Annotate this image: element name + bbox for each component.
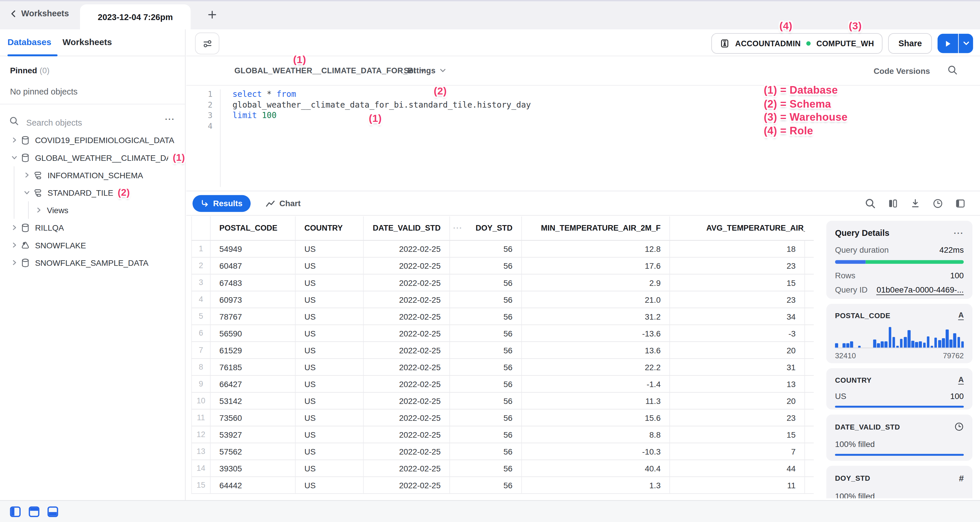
- table-cell[interactable]: 56: [450, 443, 522, 460]
- sidebar-tree-item[interactable]: INFORMATION_SCHEMA: [0, 166, 185, 184]
- sidebar-tree-item[interactable]: SNOWFLAKE: [0, 236, 185, 254]
- table-row[interactable]: 761529US2022-02-255613.620: [191, 342, 814, 359]
- table-row[interactable]: 367483US2022-02-25562.915: [191, 275, 814, 291]
- table-cell[interactable]: US: [296, 342, 364, 358]
- table-cell[interactable]: 2022-02-25: [364, 325, 450, 341]
- search-input[interactable]: [25, 114, 146, 130]
- search-options-menu[interactable]: ···: [165, 114, 175, 124]
- table-cell[interactable]: US: [296, 291, 364, 308]
- table-cell[interactable]: 2022-02-25: [364, 291, 450, 308]
- table-cell[interactable]: 56: [450, 393, 522, 409]
- row-number[interactable]: 7: [191, 342, 211, 358]
- table-cell[interactable]: 34: [670, 308, 805, 325]
- table-cell[interactable]: 23: [670, 291, 805, 308]
- sidebar-tree-item[interactable]: Views: [0, 201, 185, 219]
- table-cell[interactable]: US: [296, 427, 364, 442]
- row-number[interactable]: 8: [191, 359, 211, 375]
- table-cell[interactable]: 73560: [211, 409, 296, 426]
- sql-code-line[interactable]: 3limit 100: [186, 110, 980, 121]
- database-schema-selector[interactable]: GLOBAL_WEATHER__CLIMATE_DATA_FOR_BI: [234, 66, 426, 75]
- table-cell[interactable]: US: [296, 460, 364, 476]
- table-cell[interactable]: US: [296, 275, 364, 291]
- editor-search-button[interactable]: [947, 65, 957, 78]
- table-cell[interactable]: US: [296, 477, 364, 493]
- table-cell[interactable]: US: [296, 443, 364, 460]
- sidebar-tab-databases[interactable]: Databases: [8, 37, 51, 47]
- table-cell[interactable]: 20: [670, 342, 805, 358]
- table-cell[interactable]: US: [296, 308, 364, 325]
- table-cell[interactable]: 20: [670, 393, 805, 409]
- profile-card-doy-std[interactable]: DOY_STD # 100% filled: [826, 466, 972, 498]
- row-number[interactable]: 9: [191, 376, 211, 392]
- table-cell[interactable]: US: [296, 258, 364, 274]
- query-details-menu[interactable]: ···: [954, 228, 964, 237]
- sql-editor[interactable]: 1select * from2global_weather__climate_d…: [186, 86, 980, 191]
- role-warehouse-selector[interactable]: ACCOUNTADMIN COMPUTE_WH: [711, 33, 883, 54]
- row-number[interactable]: 1: [191, 241, 211, 257]
- table-cell[interactable]: 56: [450, 291, 522, 308]
- table-cell[interactable]: 39305: [211, 460, 296, 476]
- sidebar-tree-item[interactable]: COVID19_EPIDEMIOLOGICAL_DATA: [0, 131, 185, 149]
- table-cell[interactable]: 12.8: [522, 241, 670, 257]
- table-row[interactable]: 1439305US2022-02-255640.444: [191, 460, 814, 477]
- row-number[interactable]: 10: [191, 393, 211, 409]
- table-row[interactable]: 1173560US2022-02-255615.623: [191, 409, 814, 427]
- table-row[interactable]: 656590US2022-02-2556-13.6-3: [191, 325, 814, 342]
- profile-card-date-valid-std[interactable]: DATE_VALID_STD 100% filled: [826, 414, 972, 461]
- table-cell[interactable]: 57562: [211, 443, 296, 460]
- sql-code-line[interactable]: 1select * from: [186, 89, 980, 99]
- table-cell[interactable]: 23: [670, 258, 805, 274]
- row-number[interactable]: 4: [191, 291, 211, 308]
- table-cell[interactable]: US: [296, 376, 364, 392]
- profile-card-country[interactable]: COUNTRY A US 100: [826, 368, 972, 409]
- table-cell[interactable]: US: [296, 325, 364, 341]
- settings-dropdown[interactable]: Settings: [404, 66, 445, 75]
- column-header[interactable]: DATE_VALID_STD: [364, 216, 450, 240]
- table-cell[interactable]: 8.8: [522, 427, 670, 442]
- table-cell[interactable]: 66427: [211, 376, 296, 392]
- row-number[interactable]: 5: [191, 308, 211, 325]
- table-cell[interactable]: 56: [450, 342, 522, 358]
- table-cell[interactable]: 2022-02-25: [364, 376, 450, 392]
- table-cell[interactable]: 2022-02-25: [364, 443, 450, 460]
- table-cell[interactable]: 56: [450, 460, 522, 476]
- chevron-right-icon[interactable]: [11, 137, 18, 143]
- query-id-link[interactable]: 01b0ee7a-0000-4469-...: [877, 285, 964, 295]
- toggle-left-panel-icon[interactable]: [10, 506, 21, 517]
- share-button[interactable]: Share: [888, 33, 932, 54]
- row-number[interactable]: 3: [191, 275, 211, 291]
- table-cell[interactable]: 2022-02-25: [364, 460, 450, 476]
- chevron-right-icon[interactable]: [36, 207, 42, 213]
- table-row[interactable]: 966427US2022-02-2556-1.413: [191, 376, 814, 393]
- table-cell[interactable]: 53927: [211, 427, 296, 442]
- table-cell[interactable]: 2022-02-25: [364, 342, 450, 358]
- table-cell[interactable]: US: [296, 359, 364, 375]
- table-cell[interactable]: 56: [450, 308, 522, 325]
- table-cell[interactable]: US: [296, 393, 364, 409]
- sql-code-line[interactable]: 2global_weather__climate_data_for_bi.sta…: [186, 99, 980, 110]
- table-cell[interactable]: 17.6: [522, 258, 670, 274]
- table-cell[interactable]: 53142: [211, 393, 296, 409]
- sidebar-tab-worksheets[interactable]: Worksheets: [62, 37, 112, 47]
- row-number[interactable]: 12: [191, 427, 211, 442]
- tab-chart[interactable]: Chart: [266, 195, 301, 212]
- table-row[interactable]: 1253927US2022-02-25568.815: [191, 427, 814, 443]
- table-cell[interactable]: 61529: [211, 342, 296, 358]
- table-cell[interactable]: 13.6: [522, 342, 670, 358]
- table-cell[interactable]: 56: [450, 427, 522, 442]
- table-cell[interactable]: 78767: [211, 308, 296, 325]
- hidden-columns-indicator[interactable]: ···: [453, 224, 463, 232]
- column-header[interactable]: MIN_TEMPERATURE_AIR_2M_F: [522, 216, 670, 240]
- sidebar-tree-item[interactable]: RILLQA: [0, 219, 185, 236]
- table-cell[interactable]: 2022-02-25: [364, 308, 450, 325]
- table-cell[interactable]: 2022-02-25: [364, 393, 450, 409]
- table-cell[interactable]: 60973: [211, 291, 296, 308]
- chevron-down-icon[interactable]: [11, 154, 18, 161]
- table-cell[interactable]: 40.4: [522, 460, 670, 476]
- worksheet-filters-button[interactable]: [195, 33, 220, 54]
- table-cell[interactable]: 56: [450, 241, 522, 257]
- table-cell[interactable]: 1.3: [522, 477, 670, 493]
- table-cell[interactable]: 44: [670, 460, 805, 476]
- table-row[interactable]: 578767US2022-02-255631.234: [191, 308, 814, 325]
- row-number[interactable]: 14: [191, 460, 211, 476]
